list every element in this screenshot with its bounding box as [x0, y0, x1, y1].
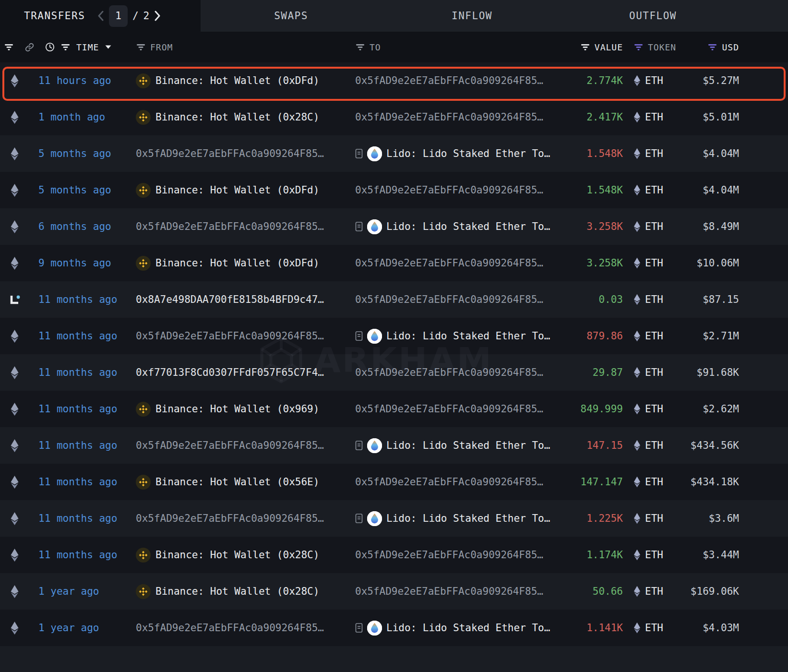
usd-cell: $4.04M: [677, 148, 788, 159]
from-column-header[interactable]: FROM: [150, 42, 173, 52]
eth-token-icon: [633, 184, 641, 196]
from-cell[interactable]: Binance: Hot Wallet (0x28C): [136, 548, 355, 563]
to-cell[interactable]: Lido: Lido Staked Ether To…: [355, 621, 566, 636]
time-link[interactable]: 5 months ago: [29, 148, 136, 159]
sort-caret-down-icon[interactable]: [105, 45, 112, 49]
from-cell[interactable]: 0x5fAD9e2eE7aEbFFAc0a909264F85…: [136, 513, 355, 524]
from-cell[interactable]: Binance: Hot Wallet (0x28C): [136, 584, 355, 599]
tab-inflow[interactable]: INFLOW: [382, 0, 562, 32]
table-row[interactable]: 11 months ago Binance: Hot Wallet (0x28C…: [0, 537, 788, 573]
ethereum-chain-icon: [10, 110, 19, 124]
tab-outflow[interactable]: OUTFLOW: [562, 0, 743, 32]
time-link[interactable]: 9 months ago: [29, 257, 136, 269]
from-cell[interactable]: Binance: Hot Wallet (0x969): [136, 402, 355, 417]
table-row[interactable]: 11 months ago 0x5fAD9e2eE7aEbFFAc0a90926…: [0, 500, 788, 537]
from-cell[interactable]: Binance: Hot Wallet (0x56E): [136, 475, 355, 490]
to-cell[interactable]: 0x5fAD9e2eE7aEbFFAc0a909264F85…: [355, 257, 566, 269]
to-cell[interactable]: 0x5fAD9e2eE7aEbFFAc0a909264F85…: [355, 111, 566, 123]
from-cell[interactable]: 0x5fAD9e2eE7aEbFFAc0a909264F85…: [136, 148, 355, 159]
to-cell[interactable]: 0x5fAD9e2eE7aEbFFAc0a909264F85…: [355, 367, 566, 378]
token-symbol: ETH: [645, 622, 663, 634]
table-row[interactable]: 11 months ago Binance: Hot Wallet (0x969…: [0, 391, 788, 427]
to-cell[interactable]: Lido: Lido Staked Ether To…: [355, 438, 566, 453]
from-cell[interactable]: Binance: Hot Wallet (0xDFd): [136, 73, 355, 88]
time-link[interactable]: 11 hours ago: [29, 75, 136, 86]
to-cell[interactable]: Lido: Lido Staked Ether To…: [355, 219, 566, 234]
time-column-header[interactable]: TIME: [76, 42, 99, 52]
table-row[interactable]: 1 year ago 0x5fAD9e2eE7aEbFFAc0a909264F8…: [0, 610, 788, 646]
time-link[interactable]: 6 months ago: [29, 221, 136, 232]
value-filter-icon[interactable]: [580, 44, 590, 51]
to-cell[interactable]: Lido: Lido Staked Ether To…: [355, 511, 566, 526]
time-link[interactable]: 5 months ago: [29, 184, 136, 196]
time-filter-icon[interactable]: [60, 44, 71, 51]
time-link[interactable]: 1 year ago: [29, 586, 136, 597]
from-cell[interactable]: 0x5fAD9e2eE7aEbFFAc0a909264F85…: [136, 221, 355, 232]
from-cell[interactable]: 0x5fAD9e2eE7aEbFFAc0a909264F85…: [136, 440, 355, 451]
tab-swaps[interactable]: SWAPS: [201, 0, 382, 32]
time-link[interactable]: 11 months ago: [29, 513, 136, 524]
time-link[interactable]: 1 month ago: [29, 111, 136, 123]
from-label: Binance: Hot Wallet (0x969): [155, 403, 319, 415]
usd-column-header[interactable]: USD: [722, 42, 739, 52]
token-symbol: ETH: [645, 440, 663, 451]
table-row[interactable]: 9 months ago Binance: Hot Wallet (0xDFd): [0, 245, 788, 281]
table-row[interactable]: 1 year ago Binance: Hot Wallet (0x28C): [0, 573, 788, 610]
time-link[interactable]: 11 months ago: [29, 367, 136, 378]
from-cell[interactable]: 0x8A7e498DAA700fE8158b4BFD9c47…: [136, 294, 355, 305]
lido-icon: [367, 329, 382, 344]
time-link[interactable]: 11 months ago: [29, 549, 136, 561]
table-row[interactable]: 11 months ago 0x5fAD9e2eE7aEbFFAc0a90926…: [0, 318, 788, 354]
table-row[interactable]: 11 months ago 0xf77013F8Cd0307FFdF057F65…: [0, 354, 788, 391]
prev-page-icon[interactable]: [97, 11, 104, 21]
value-cell: 1.174K: [566, 549, 623, 561]
table-row[interactable]: 11 months ago 0x5fAD9e2eE7aEbFFAc0a90926…: [0, 427, 788, 464]
eth-token-icon: [633, 294, 641, 305]
value-column-header[interactable]: VALUE: [595, 42, 623, 52]
to-cell[interactable]: 0x5fAD9e2eE7aEbFFAc0a909264F85…: [355, 184, 566, 196]
time-link[interactable]: 11 months ago: [29, 294, 136, 305]
to-cell[interactable]: 0x5fAD9e2eE7aEbFFAc0a909264F85…: [355, 294, 566, 305]
filter-icon[interactable]: [4, 44, 14, 51]
from-label: 0x5fAD9e2eE7aEbFFAc0a909264F85…: [136, 440, 324, 451]
from-filter-icon[interactable]: [136, 44, 146, 51]
table-row[interactable]: 5 months ago Binance: Hot Wallet (0xDFd): [0, 172, 788, 208]
tab-transfers[interactable]: TRANSFERS 1 / 2: [0, 0, 201, 32]
token-filter-icon[interactable]: [633, 44, 644, 51]
from-label: 0x5fAD9e2eE7aEbFFAc0a909264F85…: [136, 513, 324, 524]
to-cell[interactable]: Lido: Lido Staked Ether To…: [355, 329, 566, 344]
table-row[interactable]: 6 months ago 0x5fAD9e2eE7aEbFFAc0a909264…: [0, 208, 788, 245]
to-cell[interactable]: 0x5fAD9e2eE7aEbFFAc0a909264F85…: [355, 403, 566, 415]
from-cell[interactable]: 0x5fAD9e2eE7aEbFFAc0a909264F85…: [136, 622, 355, 634]
to-cell[interactable]: 0x5fAD9e2eE7aEbFFAc0a909264F85…: [355, 75, 566, 86]
table-row[interactable]: 11 hours ago Binance: Hot Wallet (0xDFd): [0, 62, 788, 99]
clock-icon[interactable]: [45, 42, 55, 52]
table-row[interactable]: 1 month ago Binance: Hot Wallet (0x28C): [0, 99, 788, 135]
to-cell[interactable]: 0x5fAD9e2eE7aEbFFAc0a909264F85…: [355, 476, 566, 488]
from-cell[interactable]: 0x5fAD9e2eE7aEbFFAc0a909264F85…: [136, 330, 355, 342]
time-link[interactable]: 11 months ago: [29, 476, 136, 488]
token-column-header[interactable]: TOKEN: [648, 42, 676, 52]
next-page-icon[interactable]: [154, 11, 161, 21]
time-link[interactable]: 11 months ago: [29, 440, 136, 451]
to-cell[interactable]: Lido: Lido Staked Ether To…: [355, 146, 566, 161]
time-link[interactable]: 11 months ago: [29, 403, 136, 415]
table-row[interactable]: 11 months ago Binance: Hot Wallet (0x56E…: [0, 464, 788, 500]
eth-token-icon: [633, 257, 641, 269]
link-icon[interactable]: [24, 42, 35, 52]
from-cell[interactable]: 0xf77013F8Cd0307FFdF057F65C7F4…: [136, 367, 355, 378]
table-row[interactable]: 11 months ago 0x8A7e498DAA700fE8158b4BFD…: [0, 281, 788, 318]
total-pages: 2: [143, 10, 150, 22]
usd-filter-icon[interactable]: [707, 44, 717, 51]
from-cell[interactable]: Binance: Hot Wallet (0x28C): [136, 110, 355, 125]
table-row[interactable]: 5 months ago 0x5fAD9e2eE7aEbFFAc0a909264…: [0, 135, 788, 172]
to-cell[interactable]: 0x5fAD9e2eE7aEbFFAc0a909264F85…: [355, 549, 566, 561]
to-cell[interactable]: 0x5fAD9e2eE7aEbFFAc0a909264F85…: [355, 586, 566, 597]
to-column-header[interactable]: TO: [370, 42, 381, 52]
time-link[interactable]: 1 year ago: [29, 622, 136, 634]
from-cell[interactable]: Binance: Hot Wallet (0xDFd): [136, 256, 355, 271]
to-label: 0x5fAD9e2eE7aEbFFAc0a909264F85…: [355, 111, 543, 123]
time-link[interactable]: 11 months ago: [29, 330, 136, 342]
from-cell[interactable]: Binance: Hot Wallet (0xDFd): [136, 183, 355, 198]
to-filter-icon[interactable]: [355, 44, 365, 51]
